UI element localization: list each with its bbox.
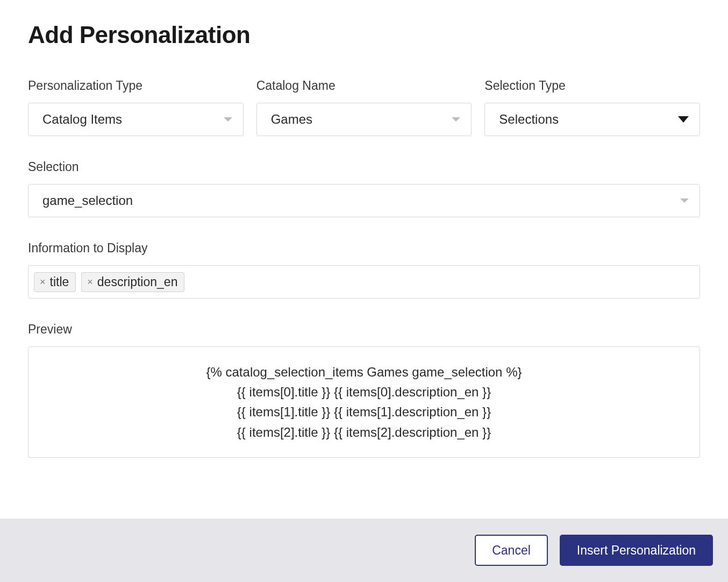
preview-line: {{ items[0].title }} {{ items[0].descrip… bbox=[39, 382, 689, 402]
tag-label: title bbox=[50, 275, 69, 289]
catalog-name-select[interactable]: Games bbox=[256, 103, 472, 136]
chevron-down-icon bbox=[680, 198, 689, 203]
insert-personalization-button[interactable]: Insert Personalization bbox=[560, 535, 713, 566]
remove-tag-icon[interactable]: × bbox=[40, 277, 46, 287]
tag-title: × title bbox=[34, 272, 76, 292]
catalog-name-value: Games bbox=[271, 112, 312, 127]
info-to-display-label: Information to Display bbox=[28, 241, 700, 255]
page-title: Add Personalization bbox=[28, 22, 700, 48]
chevron-down-icon bbox=[452, 117, 460, 122]
preview-line: {% catalog_selection_items Games game_se… bbox=[39, 362, 689, 382]
tag-description-en: × description_en bbox=[81, 272, 184, 292]
selection-type-value: Selections bbox=[499, 112, 559, 127]
info-to-display-input[interactable]: × title × description_en bbox=[28, 265, 700, 299]
personalization-type-label: Personalization Type bbox=[28, 79, 244, 93]
remove-tag-icon[interactable]: × bbox=[87, 277, 93, 287]
preview-line: {{ items[1].title }} {{ items[1].descrip… bbox=[39, 402, 689, 422]
selection-type-label: Selection Type bbox=[484, 79, 700, 93]
selection-label: Selection bbox=[28, 160, 700, 174]
cancel-button[interactable]: Cancel bbox=[475, 535, 548, 566]
preview-line: {{ items[2].title }} {{ items[2].descrip… bbox=[39, 422, 689, 442]
tag-label: description_en bbox=[97, 275, 178, 289]
catalog-name-label: Catalog Name bbox=[256, 79, 472, 93]
chevron-down-icon bbox=[678, 116, 689, 123]
dialog-footer: Cancel Insert Personalization bbox=[0, 519, 728, 582]
preview-box: {% catalog_selection_items Games game_se… bbox=[28, 346, 700, 458]
personalization-type-value: Catalog Items bbox=[42, 112, 122, 127]
chevron-down-icon bbox=[224, 117, 232, 122]
selection-value: game_selection bbox=[42, 193, 133, 208]
preview-label: Preview bbox=[28, 322, 700, 337]
personalization-type-select[interactable]: Catalog Items bbox=[28, 103, 244, 136]
selection-select[interactable]: game_selection bbox=[28, 184, 700, 217]
selection-type-select[interactable]: Selections bbox=[484, 103, 700, 136]
